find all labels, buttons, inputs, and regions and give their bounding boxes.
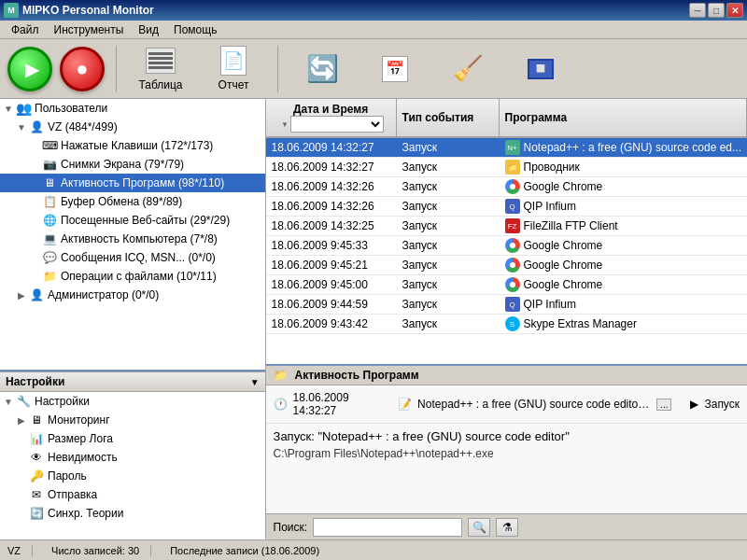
table-row[interactable]: 18.06.2009 14:32:25 Запуск FZ FileZilla … xyxy=(266,217,747,236)
cell-prog-0: N+ Notepad++ : a free (GNU) source code … xyxy=(500,138,747,157)
admin-expand[interactable]: ▶ xyxy=(15,290,28,301)
camera-icon: 📷 xyxy=(41,157,58,172)
refresh-button[interactable]: 🔄 xyxy=(289,45,355,93)
settings-arrow-icon[interactable]: ▼ xyxy=(250,377,260,387)
tree-panel: ▼ 👥 Пользователи ▼ 👤 VZ (484*/499) ⌨ Наж… xyxy=(0,99,265,371)
cell-prog-1: 📁 Проводник xyxy=(500,158,747,176)
table-header: Дата и Время ▼ Тип события Программа xyxy=(266,99,747,138)
cell-date-9: 18.06.2009 9:43:42 xyxy=(266,315,397,332)
table-row[interactable]: 18.06.2009 14:32:27 Запуск N+ Notepad++ … xyxy=(266,138,747,158)
table-row[interactable]: 18.06.2009 14:32:26 Запуск Google Chrome xyxy=(266,177,747,197)
cell-type-0: Запуск xyxy=(397,139,500,156)
chrome-icon-4 xyxy=(505,277,520,292)
col-header-program[interactable]: Программа xyxy=(500,99,747,136)
settings-root[interactable]: ▼ 🔧 Настройки xyxy=(0,392,265,411)
minimize-button[interactable]: ─ xyxy=(689,3,706,18)
chrome-icon xyxy=(505,179,520,194)
table-row[interactable]: 18.06.2009 9:45:33 Запуск Google Chrome xyxy=(266,236,747,256)
table-row[interactable]: 18.06.2009 14:32:27 Запуск 📁 Проводник xyxy=(266,158,747,177)
detail-header-label: Активность Программ xyxy=(295,369,419,382)
settings-root-expand[interactable]: ▼ xyxy=(2,397,15,407)
qip-icon: Q xyxy=(505,199,520,214)
sidebar-item-screenshots[interactable]: 📷 Снимки Экрана (79*/79) xyxy=(0,155,265,174)
logsize-label: Размер Лога xyxy=(48,432,261,445)
settings-password[interactable]: 🔑 Пароль xyxy=(0,467,265,485)
detail-line1: Запуск: "Notepad++ : a free (GNU) source… xyxy=(274,429,740,443)
sidebar-item-files[interactable]: 📁 Операции с файлами (10*/11) xyxy=(0,267,265,286)
detail-expand-button[interactable]: ... xyxy=(656,399,671,411)
report-view-button[interactable]: 📄 Отчет xyxy=(201,45,266,93)
sidebar-item-websites[interactable]: 🌐 Посещенные Веб-сайты (29*/29) xyxy=(0,211,265,230)
cell-date-7: 18.06.2009 9:45:00 xyxy=(266,276,397,293)
search-button[interactable]: 🔍 xyxy=(468,518,490,537)
password-icon: 🔑 xyxy=(28,469,45,483)
title-bar: M MIPKO Personal Monitor ─ □ ✕ xyxy=(0,0,747,21)
table-row[interactable]: 18.06.2009 9:43:42 Запуск S Skype Extras… xyxy=(266,315,747,334)
right-panel: Дата и Время ▼ Тип события Программа 18.… xyxy=(266,99,747,539)
screenshots-expand xyxy=(28,160,41,170)
status-last-entries: Последние записи (18.06.2009) xyxy=(170,545,331,556)
cell-prog-4: FZ FileZilla FTP Client xyxy=(500,217,747,235)
clean-button[interactable]: 🧹 xyxy=(435,45,500,93)
detail-program-field: 📝 Notepad++ : a free (GNU) source code e… xyxy=(398,391,671,417)
cell-date-5: 18.06.2009 9:45:33 xyxy=(266,237,397,254)
menu-tools[interactable]: Инструменты xyxy=(47,21,132,38)
table-row[interactable]: 18.06.2009 9:45:00 Запуск Google Chrome xyxy=(266,275,747,295)
settings-header-label: Настройки xyxy=(6,375,64,388)
window-button[interactable]: ⬜ xyxy=(508,45,573,93)
users-icon: 👥 xyxy=(15,101,32,116)
menu-view[interactable]: Вид xyxy=(131,21,166,38)
table-row[interactable]: 18.06.2009 9:44:59 Запуск Q QIP Infium xyxy=(266,295,747,315)
table-row[interactable]: 18.06.2009 14:32:26 Запуск Q QIP Infium xyxy=(266,197,747,217)
monitoring-expand[interactable]: ▶ xyxy=(15,415,28,426)
close-button[interactable]: ✕ xyxy=(726,3,743,18)
clipboard-label: Буфер Обмена (89*/89) xyxy=(61,195,261,208)
menu-help[interactable]: Помощь xyxy=(166,21,224,38)
detail-clock-icon: 🕐 xyxy=(274,398,288,411)
filter-button[interactable]: ⚗ xyxy=(496,518,518,537)
cell-date-1: 18.06.2009 14:32:27 xyxy=(266,159,397,175)
broom-icon-visual: 🧹 xyxy=(453,54,483,83)
sidebar-item-app-activity[interactable]: 🖥 Активность Программ (98*/110) xyxy=(0,174,265,192)
user-vz-label: VZ (484*/499) xyxy=(48,120,261,133)
menu-file[interactable]: Файл xyxy=(4,21,47,38)
start-monitoring-button[interactable] xyxy=(7,47,52,91)
table-view-button[interactable]: Таблица xyxy=(128,45,193,93)
settings-sync[interactable]: 🔄 Синхр. Теории xyxy=(0,504,265,523)
table-row[interactable]: 18.06.2009 9:45:21 Запуск Google Chrome xyxy=(266,256,747,275)
search-input[interactable] xyxy=(313,518,462,537)
search-bar: Поиск: 🔍 ⚗ xyxy=(266,513,747,539)
user-admin[interactable]: ▶ 👤 Администратор (0*/0) xyxy=(0,286,265,304)
skype-icon: S xyxy=(505,316,520,331)
settings-invisibility[interactable]: 👁 Невидимость xyxy=(0,448,265,467)
detail-play-icon: ▶ xyxy=(690,398,698,411)
cell-prog-8: Q QIP Infium xyxy=(500,295,747,314)
users-label: Пользователи xyxy=(35,102,261,115)
cell-date-0: 18.06.2009 14:32:27 xyxy=(266,139,397,156)
sidebar-item-messages[interactable]: 💬 Сообщения ICQ, MSN... (0*/0) xyxy=(0,248,265,267)
sidebar-item-computer[interactable]: 💻 Активность Компьютера (7*/8) xyxy=(0,230,265,248)
col-header-date[interactable]: Дата и Время ▼ xyxy=(266,99,397,136)
col-header-type[interactable]: Тип события xyxy=(397,99,500,136)
sidebar-item-keyboard[interactable]: ⌨ Нажатые Клавиши (172*/173) xyxy=(0,136,265,155)
stop-monitoring-button[interactable] xyxy=(60,47,105,91)
settings-send[interactable]: ✉ Отправка xyxy=(0,485,265,504)
users-root[interactable]: ▼ 👥 Пользователи xyxy=(0,99,265,118)
sidebar-item-clipboard[interactable]: 📋 Буфер Обмена (89*/89) xyxy=(0,192,265,211)
keyboard-label: Нажатые Клавиши (172*/173) xyxy=(61,139,261,152)
cell-type-9: Запуск xyxy=(397,315,500,332)
date-filter-dropdown[interactable] xyxy=(290,116,384,133)
users-expand-icon[interactable]: ▼ xyxy=(2,104,15,114)
maximize-button[interactable]: □ xyxy=(708,3,725,18)
cell-prog-5: Google Chrome xyxy=(500,236,747,255)
messages-label: Сообщения ICQ, MSN... (0*/0) xyxy=(61,251,261,264)
user-vz-expand[interactable]: ▼ xyxy=(15,122,28,133)
detail-date-field: 🕐 18.06.2009 14:32:27 xyxy=(274,391,380,417)
invisibility-label: Невидимость xyxy=(48,451,261,464)
settings-monitoring[interactable]: ▶ 🖥 Мониторинг xyxy=(0,411,265,429)
filezilla-icon: FZ xyxy=(505,218,520,233)
settings-logsize[interactable]: 📊 Размер Лога xyxy=(0,429,265,448)
main-toolbar: Таблица 📄 Отчет 🔄 📅 🧹 ⬜ xyxy=(0,39,747,99)
user-vz[interactable]: ▼ 👤 VZ (484*/499) xyxy=(0,118,265,136)
calendar-button[interactable]: 📅 xyxy=(362,45,428,93)
